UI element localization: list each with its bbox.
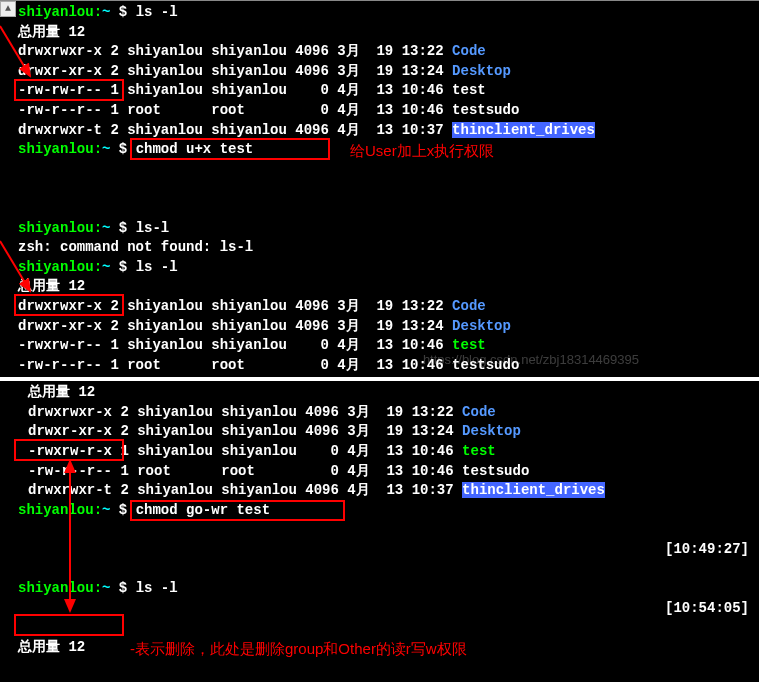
file-row: -rw-rw-r-- 1 shiyanlou shiyanlou 0 4月 13… [0,81,759,101]
prompt-line-2: shiyanlou:~ $ chmod u+x test 给User加上x执行权… [0,140,759,218]
command-text: ls-l [136,220,170,236]
annotation-remove: -表示删除，此处是删除group和Other的读r写w权限 [130,638,467,659]
file-row: drwxr-xr-x 2 shiyanlou shiyanlou 4096 3月… [0,422,759,442]
command-text: chmod u+x test [136,141,254,157]
file-row: -rwxrw-r-x 1 shiyanlou shiyanlou 0 4月 13… [0,442,759,462]
prompt-line-1: shiyanlou:~ $ ls -l [0,3,759,23]
error-line: zsh: command not found: ls-l [0,238,759,258]
terminal-section-1: ▲ shiyanlou:~ $ ls -l 总用量 12 drwxrwxr-x … [0,0,759,377]
file-row: drwxrwxr-t 2 shiyanlou shiyanlou 4096 4月… [0,481,759,501]
file-row: drwxr-xr-x 2 shiyanlou shiyanlou 4096 3月… [0,317,759,337]
file-row: drwxrwxr-x 2 shiyanlou shiyanlou 4096 3月… [0,42,759,62]
prompt-user: shiyanlou [18,4,94,20]
command-text: chmod go-wr test [136,502,270,518]
file-row: -rwxrw-r-- 1 shiyanlou shiyanlou 0 4月 13… [0,336,759,356]
prompt-line-4: shiyanlou:~ $ ls -l [0,258,759,278]
total-line: 总用量 12 [0,23,759,43]
file-row: -rw-r--r-- 1 root root 0 4月 13 10:46 tes… [0,101,759,121]
total-line-s2-2: 总用量 12 -表示删除，此处是删除group和Other的读r写w权限 [0,638,759,682]
file-row: -rw-r--r-- 1 root root 0 4月 13 10:46 tes… [0,356,759,376]
timestamp-2: [10:54:05] [665,599,749,619]
command-text: ls -l [136,580,178,596]
prompt-line-s2-2: shiyanlou:~ $ ls -l [10:54:05] [0,579,759,638]
prompt-line-s2-1: shiyanlou:~ $ chmod go-wr test [10:49:27… [0,501,759,579]
command-text: ls -l [136,4,178,20]
file-row: drwxrwxr-x 2 shiyanlou shiyanlou 4096 3月… [0,403,759,423]
timestamp-1: [10:49:27] [665,540,749,560]
file-row: drwxrwxr-t 2 shiyanlou shiyanlou 4096 4月… [0,121,759,141]
file-row: drwxr-xr-x 2 shiyanlou shiyanlou 4096 3月… [0,62,759,82]
total-line-2: 总用量 12 [0,277,759,297]
annotation-user-x: 给User加上x执行权限 [350,140,494,161]
total-line-s2: 总用量 12 [0,383,759,403]
file-row: -rw-r--r-- 1 root root 0 4月 13 10:46 tes… [0,462,759,482]
file-row: drwxrwxr-x 2 shiyanlou shiyanlou 4096 3月… [0,297,759,317]
terminal-section-2: 总用量 12 drwxrwxr-x 2 shiyanlou shiyanlou … [0,381,759,682]
prompt-line-3: shiyanlou:~ $ ls-l [0,219,759,239]
command-text: ls -l [136,259,178,275]
